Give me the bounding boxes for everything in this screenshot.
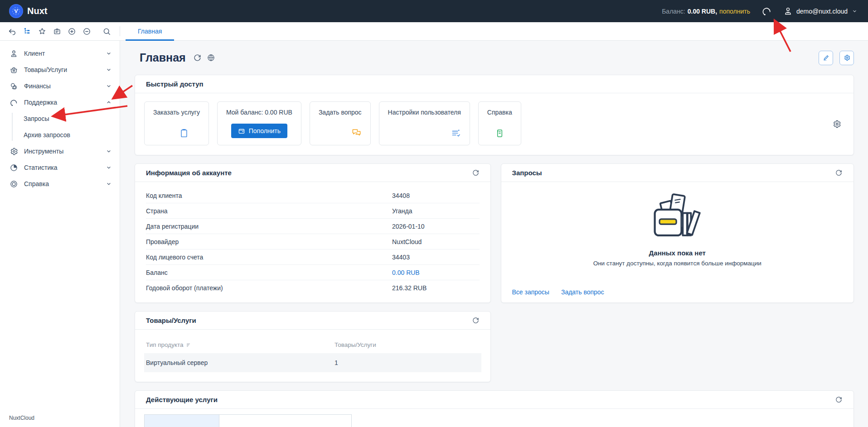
empty-state-subtitle: Они станут доступны, когда появится боль… [593, 260, 761, 267]
sidebar-item-label: Клиент [24, 50, 100, 57]
favorites-star-button[interactable] [35, 24, 49, 38]
chevron-down-icon [106, 181, 112, 187]
sidebar-item-label: Финансы [24, 82, 100, 90]
refresh-icon[interactable] [835, 396, 843, 403]
active-services-card: Действующие услуги [135, 390, 854, 427]
search-button[interactable] [100, 24, 114, 38]
sidebar-footer-brand: NuxtCloud [9, 415, 34, 421]
ask-question-link[interactable]: Задать вопрос [561, 288, 604, 296]
table-row[interactable]: Виртуальный сервер 1 [144, 353, 481, 372]
user-avatar-icon [783, 6, 793, 16]
sidebar-item-client[interactable]: Клиент [0, 45, 120, 62]
user-menu[interactable]: demo@nuxt.cloud [783, 6, 857, 16]
sidebar-item-label: Инструменты [24, 148, 100, 155]
requests-title: Запросы [512, 169, 542, 177]
refresh-icon[interactable] [472, 317, 480, 324]
main-content: Главная Быстрый доступ [121, 41, 868, 427]
product-type-cell: Виртуальный сервер [146, 359, 335, 366]
toolbar: Главная [0, 22, 868, 41]
column-products-count[interactable]: Товары/Услуги [335, 341, 376, 348]
chevron-down-icon [106, 51, 112, 56]
tile-order-service[interactable]: Заказать услугу [144, 101, 209, 145]
topup-button[interactable]: Пополнить [231, 124, 287, 138]
products-table-header: Тип продукта Товары/Услуги [144, 336, 481, 353]
user-email: demo@nuxt.cloud [796, 8, 848, 15]
brand-logo-icon [9, 4, 23, 18]
sidebar-item-statistics[interactable]: Статистика [0, 159, 120, 176]
dashboard-settings-button[interactable] [839, 51, 854, 65]
info-row: СтранаУганда [146, 203, 480, 219]
globe-icon[interactable] [207, 53, 215, 62]
topbar: Nuxt Баланс: 0.00 RUB, пополнить [0, 0, 868, 22]
all-requests-link[interactable]: Все запросы [512, 288, 549, 296]
app-window: Nuxt Баланс: 0.00 RUB, пополнить [0, 0, 868, 427]
info-value: NuxtCloud [392, 238, 422, 245]
column-product-type[interactable]: Тип продукта [146, 341, 184, 348]
tile-label: Настройки пользователя [388, 109, 461, 116]
sidebar-item-tools[interactable]: Инструменты [0, 143, 120, 159]
refresh-icon[interactable] [472, 169, 480, 177]
info-value: 2026-01-10 [392, 223, 425, 230]
zoom-out-button[interactable] [80, 24, 94, 38]
brand-name: Nuxt [27, 6, 47, 16]
balance: Баланс: 0.00 RUB, пополнить [662, 8, 750, 15]
balance-value: 0.00 RUB, [688, 8, 717, 15]
topup-link[interactable]: пополнить [719, 8, 750, 15]
edit-dashboard-button[interactable] [819, 51, 833, 65]
quick-access-settings-gear-icon[interactable] [832, 120, 841, 129]
wallet-icon [238, 127, 245, 134]
chat-bubbles-icon [351, 128, 362, 138]
chevron-down-icon [106, 67, 112, 72]
lifebuoy-icon [9, 179, 18, 188]
active-services-title: Действующие услуги [146, 396, 218, 403]
chevron-down-icon [106, 149, 112, 154]
sidebar-item-requests-archive[interactable]: Архив запросов [0, 127, 120, 143]
product-count-cell: 1 [335, 359, 338, 366]
info-value: Уганда [392, 207, 412, 215]
order-clipboard-icon [179, 128, 189, 138]
products-title: Товары/Услуги [146, 317, 196, 324]
tree-view-button[interactable] [20, 24, 34, 38]
refresh-icon[interactable] [835, 169, 843, 177]
info-value: 34403 [392, 254, 410, 261]
info-row: Баланс0.00 RUB [146, 265, 480, 280]
page-header: Главная [135, 41, 854, 75]
tile-my-balance[interactable]: Мой баланс: 0.00 RUB Пополнить [217, 101, 301, 145]
brand[interactable]: Nuxt [9, 4, 47, 18]
sidebar-item-finance[interactable]: Финансы [0, 78, 120, 94]
toolbar-divider [120, 26, 120, 36]
account-info-card: Информация об аккаунте Код клиента34408 … [135, 163, 491, 303]
chevron-down-icon [106, 165, 112, 170]
sidebar-item-label: Товары/Услуги [24, 66, 100, 73]
empty-state-illustration [643, 192, 712, 243]
tab-glavnaya[interactable]: Главная [126, 22, 174, 40]
chevron-up-icon [106, 100, 112, 105]
tasks-button[interactable] [50, 24, 64, 38]
quick-access-card: Быстрый доступ Заказать услугу Мой балан… [135, 75, 854, 155]
chevron-down-icon [852, 9, 857, 14]
sidebar-item-products[interactable]: Товары/Услуги [0, 62, 120, 78]
info-row: Годовой оборот (платежи)216.32 RUB [146, 280, 480, 295]
services-table-cell[interactable] [219, 414, 352, 427]
tile-user-settings[interactable]: Настройки пользователя [379, 101, 470, 145]
tile-label: Мой баланс: 0.00 RUB [226, 109, 292, 116]
sort-icon[interactable] [186, 342, 191, 348]
empty-state-title: Данных пока нет [649, 249, 706, 257]
support-headset-icon[interactable] [761, 6, 772, 16]
tile-help[interactable]: Справка [478, 101, 521, 145]
back-button[interactable] [5, 24, 19, 38]
sidebar-item-support[interactable]: Поддержка [0, 94, 120, 110]
balance-link[interactable]: 0.00 RUB [392, 269, 420, 276]
sidebar-item-help[interactable]: Справка [0, 176, 120, 192]
services-table-cell-selected[interactable] [144, 414, 219, 427]
page-title: Главная [140, 51, 186, 64]
zoom-in-button[interactable] [65, 24, 79, 38]
info-value: 34408 [392, 192, 410, 199]
headset-icon [9, 98, 18, 107]
sidebar-item-requests[interactable]: Запросы [0, 110, 120, 127]
tile-ask-question[interactable]: Задать вопрос [310, 101, 371, 145]
user-settings-icon [451, 128, 461, 138]
refresh-icon[interactable] [193, 53, 202, 62]
pie-chart-icon [9, 163, 18, 172]
tile-label: Задать вопрос [319, 109, 362, 116]
